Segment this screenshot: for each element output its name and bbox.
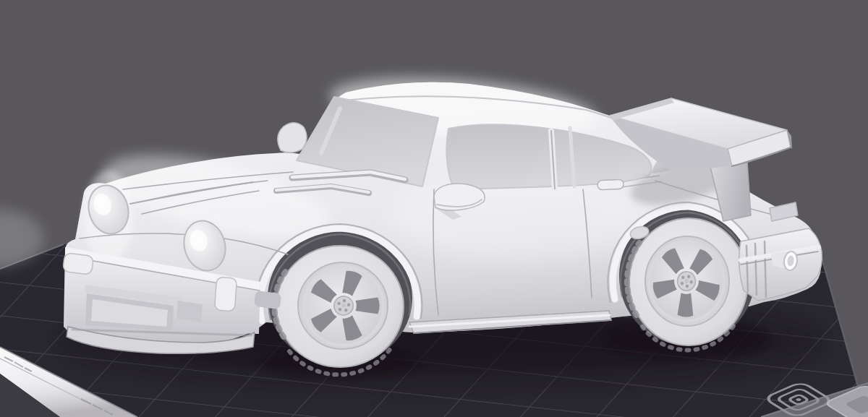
fog-slot bbox=[176, 301, 203, 322]
3d-viewport[interactable] bbox=[0, 0, 868, 417]
bumper-guard-left bbox=[63, 253, 94, 275]
bumper-guard-right bbox=[214, 277, 237, 311]
scene-canvas[interactable] bbox=[0, 0, 868, 417]
door-handle bbox=[597, 179, 624, 190]
